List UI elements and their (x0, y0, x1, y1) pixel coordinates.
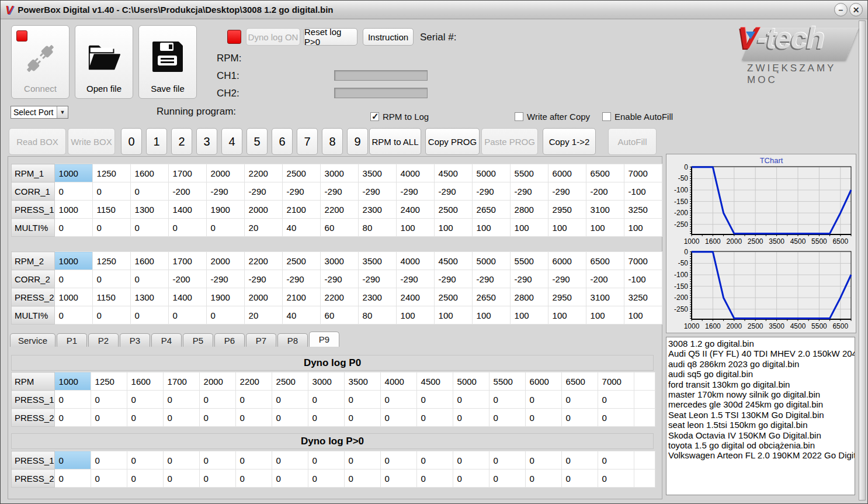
grid-cell[interactable]: 4500 (434, 164, 472, 182)
grid-cell[interactable]: 0 (130, 306, 168, 325)
copy-1-to-2-button[interactable]: Copy 1->2 (543, 128, 596, 155)
program-1-button[interactable]: 1 (146, 128, 167, 155)
dyno-log-on-button[interactable]: Dyno log ON (246, 28, 300, 46)
grid-cell[interactable]: 0 (92, 270, 130, 288)
grid-cell[interactable]: 3500 (344, 372, 380, 391)
grid-cell[interactable]: 0 (380, 470, 416, 488)
grid-cell[interactable]: 5000 (472, 252, 510, 270)
grid-cell[interactable]: 100 (548, 306, 586, 325)
grid-cell[interactable]: -290 (510, 270, 548, 288)
program-6-button[interactable]: 6 (272, 128, 293, 155)
grid-cell[interactable]: 2000 (206, 164, 244, 182)
grid-cell[interactable]: 0 (598, 451, 634, 470)
grid-cell[interactable]: -290 (282, 182, 320, 201)
grid-cell[interactable]: 1250 (92, 252, 130, 270)
grid-cell[interactable]: 0 (561, 409, 598, 427)
grid-cell[interactable]: 1150 (92, 201, 130, 219)
grid-cell[interactable]: 100 (586, 219, 624, 237)
grid-cell[interactable]: 3250 (624, 288, 662, 306)
grid-cell[interactable]: 4500 (416, 372, 453, 391)
grid-cell[interactable]: 1900 (206, 201, 244, 219)
grid-cell[interactable]: -290 (244, 182, 282, 201)
grid-cell[interactable]: -290 (320, 182, 358, 201)
grid-cell[interactable]: 0 (54, 270, 92, 288)
grid-cell[interactable]: -290 (358, 182, 396, 201)
grid-cell[interactable]: 0 (92, 306, 130, 325)
grid-cell[interactable]: 0 (489, 451, 525, 470)
grid-cell[interactable]: 0 (308, 409, 344, 427)
grid-cell[interactable]: -290 (206, 270, 244, 288)
enable-autofill-checkbox-box[interactable] (602, 112, 611, 121)
grid-cell[interactable]: 1600 (127, 372, 163, 391)
rpm-to-log-checkbox[interactable]: RPM to Log (370, 112, 429, 122)
grid-cell[interactable]: 0 (489, 391, 525, 409)
grid-cell[interactable]: -100 (624, 270, 662, 288)
grid-cell[interactable]: 0 (199, 470, 235, 488)
grid-cell[interactable]: 100 (510, 306, 548, 325)
grid-cell[interactable]: 7000 (624, 252, 662, 270)
grid-cell[interactable]: 0 (453, 409, 489, 427)
grid-cell[interactable]: 0 (130, 219, 168, 237)
grid-cell[interactable]: 60 (320, 306, 358, 325)
grid-cell[interactable]: 100 (586, 306, 624, 325)
grid-cell[interactable]: 0 (380, 451, 416, 470)
instruction-button[interactable]: Instruction (363, 28, 414, 46)
file-list-item[interactable]: Seat Leon 1.5 TSI 130KM Go Digital.bin (668, 410, 855, 420)
grid-cell[interactable]: 2950 (548, 288, 586, 306)
tab-p1[interactable]: P1 (57, 333, 87, 347)
grid-cell[interactable]: 2100 (282, 288, 320, 306)
grid-cell[interactable]: 20 (244, 219, 282, 237)
grid-cell[interactable]: 2100 (282, 201, 320, 219)
grid-cell[interactable]: 0 (272, 391, 308, 409)
grid-cell[interactable]: 3500 (358, 252, 396, 270)
tab-p8[interactable]: P8 (277, 333, 308, 347)
grid-cell[interactable]: -290 (244, 270, 282, 288)
grid-cell[interactable]: -290 (320, 270, 358, 288)
grid-cell[interactable]: 6500 (586, 252, 624, 270)
program-2-button[interactable]: 2 (171, 128, 192, 155)
grid-cell[interactable]: 0 (561, 451, 598, 470)
right-splitter[interactable] (859, 20, 866, 500)
grid-cell[interactable]: 0 (344, 470, 380, 488)
grid-cell[interactable]: -200 (168, 270, 206, 288)
grid-cell[interactable]: 0 (598, 391, 634, 409)
grid-cell[interactable]: 0 (525, 470, 561, 488)
grid-cell[interactable]: 0 (54, 306, 92, 325)
grid-cell[interactable]: 1000 (54, 164, 92, 182)
tab-p9[interactable]: P9 (309, 332, 339, 347)
autofill-button[interactable]: AutoFill (608, 128, 657, 155)
grid-cell[interactable]: 0 (163, 409, 199, 427)
grid-cell[interactable]: 0 (489, 470, 525, 488)
tab-p7[interactable]: P7 (246, 333, 276, 347)
enable-autofill-checkbox[interactable]: Enable AutoFill (602, 112, 673, 122)
grid-cell[interactable]: 1150 (92, 288, 130, 306)
grid-cell[interactable]: 2000 (199, 372, 235, 391)
grid-cell[interactable]: 0 (416, 391, 453, 409)
select-port-dropdown[interactable]: Select Port ▼ (11, 106, 68, 119)
grid-cell[interactable]: 0 (561, 391, 598, 409)
file-list-item[interactable]: ford transit 130km go digital.bin (668, 379, 855, 389)
copy-prog-button[interactable]: Copy PROG (425, 128, 480, 155)
tab-p4[interactable]: P4 (151, 333, 182, 347)
grid-cell[interactable]: 1000 (54, 288, 92, 306)
grid-cell[interactable]: 2500 (434, 201, 472, 219)
grid-cell[interactable]: 4000 (380, 372, 416, 391)
grid-cell[interactable]: 0 (54, 391, 91, 409)
grid-cell[interactable]: 0 (344, 391, 380, 409)
grid-cell[interactable]: 0 (272, 451, 308, 470)
grid-cell[interactable]: 3100 (586, 201, 624, 219)
grid-cell[interactable]: 4000 (396, 164, 434, 182)
rpm-to-all-button[interactable]: RPM to ALL (369, 128, 421, 155)
grid-cell[interactable]: 0 (416, 451, 453, 470)
file-list-item[interactable]: master 170km nowy silnik go digital.bin (668, 389, 855, 399)
grid-cell[interactable]: 0 (598, 470, 634, 488)
grid-cell[interactable]: 100 (396, 306, 434, 325)
grid-cell[interactable]: 1700 (168, 252, 206, 270)
grid-cell[interactable]: 7000 (598, 372, 634, 391)
grid-cell[interactable]: 2200 (235, 372, 272, 391)
grid-cell[interactable]: -200 (586, 270, 624, 288)
grid-cell[interactable]: 2500 (272, 372, 308, 391)
tab-p5[interactable]: P5 (183, 333, 213, 347)
tab-p3[interactable]: P3 (120, 333, 150, 347)
grid-cell[interactable]: 80 (358, 219, 396, 237)
